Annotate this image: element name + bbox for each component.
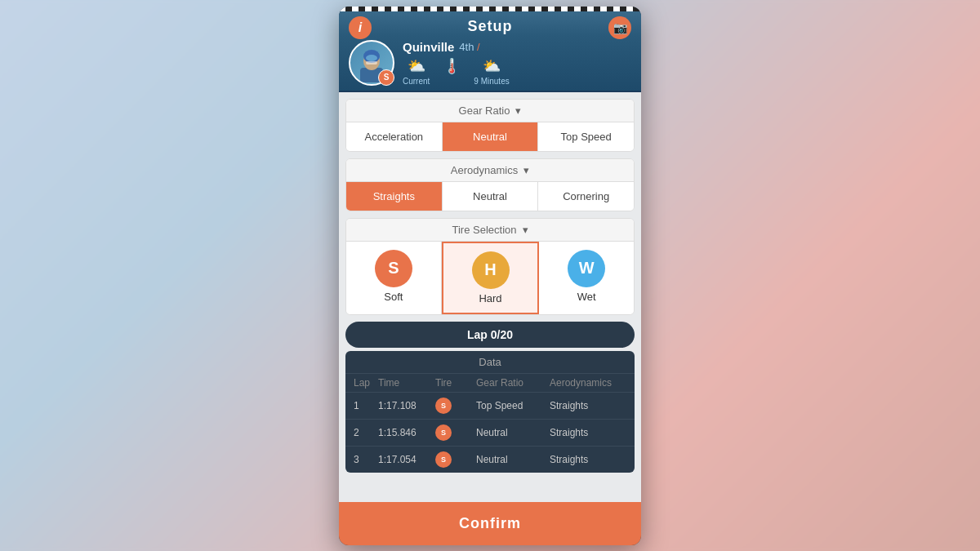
tire-soft[interactable]: S Soft <box>346 242 442 314</box>
avatar-badge: S <box>378 69 394 86</box>
tire-hard-circle: H <box>472 251 510 289</box>
row2-tire-icon: S <box>435 424 452 441</box>
data-column-headers: Lap Time Tire Gear Ratio Aerodynamics <box>345 374 635 393</box>
setup-area: Gear Ratio Acceleration Neutral Top Spee… <box>339 92 641 502</box>
weather-current-label: Current <box>403 77 430 86</box>
tire-hard[interactable]: H Hard <box>442 242 540 314</box>
row1-lap: 1 <box>354 400 378 411</box>
data-section: Data Lap Time Tire Gear Ratio Aerodynami… <box>345 351 635 473</box>
aerodynamics-options: Straights Neutral Cornering <box>346 182 634 211</box>
row3-aero: Straights <box>550 454 631 465</box>
row3-tire-icon: S <box>435 451 452 468</box>
tire-selection-chevron[interactable] <box>520 224 528 236</box>
row1-gear: Top Speed <box>476 400 550 411</box>
gear-ratio-label: Gear Ratio <box>459 104 510 117</box>
col-time: Time <box>378 377 435 389</box>
gear-ratio-options: Acceleration Neutral Top Speed <box>346 122 634 151</box>
row2-gear: Neutral <box>476 427 550 438</box>
confirm-label: Confirm <box>459 515 521 531</box>
gear-ratio-neutral[interactable]: Neutral <box>443 122 539 151</box>
tire-options: S Soft H Hard W Wet <box>346 242 634 314</box>
gear-ratio-acceleration[interactable]: Acceleration <box>346 122 443 151</box>
phone-ui: i Setup 📷 <box>339 7 641 545</box>
aero-straights[interactable]: Straights <box>346 182 443 211</box>
driver-name-row: Quinville 4th / <box>403 40 631 54</box>
gear-ratio-chevron[interactable] <box>513 104 521 117</box>
driver-section: S Quinville 4th / ⛅ Current 🌡️ ⛅ <box>339 35 641 92</box>
tire-soft-label: Soft <box>384 291 403 303</box>
gear-ratio-top-speed[interactable]: Top Speed <box>538 122 634 151</box>
svg-rect-5 <box>366 61 377 64</box>
tire-wet-circle: W <box>568 250 605 287</box>
tire-selection-card: Tire Selection S Soft H Hard W Wet <box>345 218 635 315</box>
lap-counter: Lap 0/20 <box>345 322 635 348</box>
tire-soft-circle: S <box>375 250 412 287</box>
gear-ratio-card: Gear Ratio Acceleration Neutral Top Spee… <box>345 99 635 152</box>
driver-name: Quinville <box>403 40 454 54</box>
row2-time: 1:15.846 <box>378 427 435 438</box>
confirm-button[interactable]: Confirm <box>339 502 641 545</box>
cloud-icon: ⛅ <box>408 57 425 75</box>
tire-selection-header: Tire Selection <box>346 219 634 242</box>
table-row: 1 1:17.108 S Top Speed Straights <box>345 393 635 420</box>
row2-lap: 2 <box>354 427 378 438</box>
row1-aero: Straights <box>550 400 631 411</box>
tire-wet-label: Wet <box>577 291 596 303</box>
tire-wet[interactable]: W Wet <box>539 242 634 314</box>
aerodynamics-card: Aerodynamics Straights Neutral Cornering <box>345 158 635 211</box>
avatar-container: S <box>349 40 394 86</box>
thermometer-icon: 🌡️ <box>443 57 461 75</box>
weather-time-label: 9 Minutes <box>474 77 509 86</box>
row3-time: 1:17.054 <box>378 454 435 465</box>
row3-gear: Neutral <box>476 454 550 465</box>
col-aerodynamics: Aerodynamics <box>550 377 631 389</box>
time-cloud-icon: ⛅ <box>483 57 501 75</box>
gear-ratio-header: Gear Ratio <box>346 100 634 122</box>
table-row: 3 1:17.054 S Neutral Straights <box>345 447 635 473</box>
weather-row: ⛅ Current 🌡️ ⛅ 9 Minutes <box>403 57 631 86</box>
lap-label: Lap 0/20 <box>467 328 513 341</box>
aero-neutral[interactable]: Neutral <box>443 182 539 211</box>
weather-thermometer: 🌡️ <box>443 57 461 86</box>
driver-info: Quinville 4th / ⛅ Current 🌡️ ⛅ 9 Minutes <box>403 40 631 86</box>
row2-aero: Straights <box>550 427 631 438</box>
camera-icon[interactable]: 📷 <box>608 16 631 39</box>
tire-selection-label: Tire Selection <box>452 224 517 236</box>
row1-time: 1:17.108 <box>378 400 435 411</box>
data-section-label: Data <box>345 351 635 374</box>
info-icon[interactable]: i <box>349 16 372 39</box>
tire-hard-label: Hard <box>479 292 501 304</box>
col-tire: Tire <box>435 377 476 389</box>
position-slash: / <box>477 41 480 53</box>
weather-current: ⛅ Current <box>403 57 430 86</box>
aerodynamics-chevron[interactable] <box>521 164 529 176</box>
aero-cornering[interactable]: Cornering <box>538 182 634 211</box>
aerodynamics-header: Aerodynamics <box>346 159 634 182</box>
svg-point-4 <box>366 55 377 61</box>
col-lap: Lap <box>354 377 378 389</box>
aerodynamics-label: Aerodynamics <box>451 164 518 176</box>
page-title: Setup <box>467 18 512 35</box>
weather-time: ⛅ 9 Minutes <box>474 57 509 86</box>
row3-lap: 3 <box>354 454 378 465</box>
row1-tire-icon: S <box>435 398 452 414</box>
col-gear-ratio: Gear Ratio <box>476 377 550 389</box>
table-row: 2 1:15.846 S Neutral Straights <box>345 420 635 447</box>
header: i Setup 📷 <box>339 11 641 35</box>
driver-position: 4th / <box>459 41 479 53</box>
